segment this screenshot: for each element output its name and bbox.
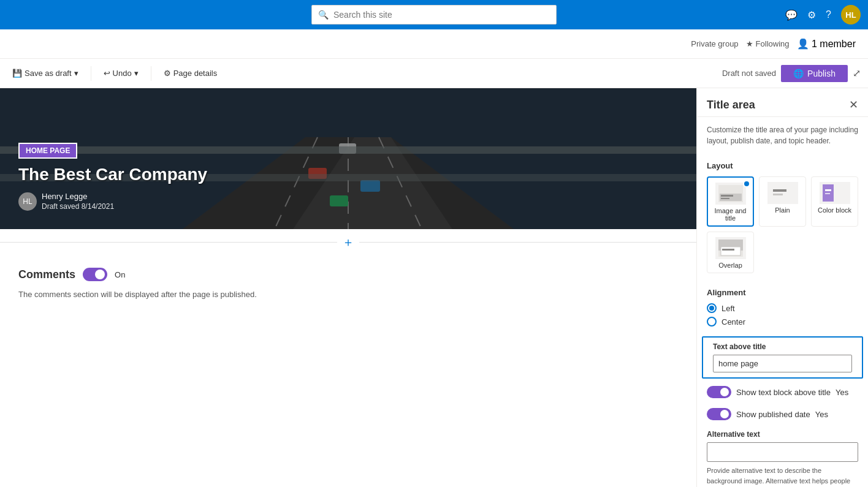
radio-center-indicator [707, 317, 717, 327]
undo-button[interactable]: ↩ Undo ▾ [99, 66, 143, 80]
add-section-bar[interactable]: ＋ [0, 229, 696, 255]
page-details-button[interactable]: ⚙ Page details [159, 66, 223, 80]
help-icon[interactable]: ? [826, 9, 831, 20]
search-icon: 🔍 [318, 10, 329, 20]
publish-icon: 🌐 [793, 69, 804, 78]
show-published-date-row: Show published date Yes [697, 403, 868, 425]
layout-section-title: Layout [707, 161, 858, 170]
svg-rect-19 [773, 194, 783, 195]
text-above-title-label: Text above title [713, 342, 852, 351]
draft-date: Draft saved 8/14/2021 [42, 202, 114, 211]
show-text-block-row: Show text block above title Yes [697, 381, 868, 403]
settings-icon[interactable]: ⚙ [807, 9, 816, 21]
svg-rect-18 [773, 189, 786, 192]
text-above-title-section: Text above title [702, 336, 863, 379]
search-box[interactable]: 🔍 [311, 5, 557, 25]
top-right-icons: 💬 ⚙ ? HL [785, 5, 861, 25]
show-text-block-label: Show text block above title [736, 388, 831, 397]
alignment-section-title: Alignment [707, 288, 858, 297]
undo-icon: ↩ [104, 69, 110, 78]
main-layout: HOME PAGE The Best Car Company HL Henry … [0, 88, 868, 487]
layout-section: Layout Image and title [697, 154, 868, 281]
comments-section: Comments On The comments section will be… [0, 255, 696, 313]
show-published-date-value: Yes [815, 410, 828, 419]
layout-options-grid: Image and title Plain [707, 176, 858, 227]
page-content: HOME PAGE The Best Car Company HL Henry … [0, 88, 696, 487]
layout-option-overlap[interactable]: Overlap [707, 232, 754, 273]
layout-icon-plain [767, 182, 798, 204]
layout-option-image-title[interactable]: Image and title [707, 176, 754, 227]
comments-header: Comments On [18, 268, 678, 281]
search-input[interactable] [333, 10, 550, 20]
author-avatar: HL [18, 192, 37, 211]
toolbar-right: Draft not saved 🌐 Publish ⤢ [722, 65, 861, 82]
save-icon: 💾 [12, 69, 22, 78]
following-button[interactable]: ★ Following [746, 39, 790, 48]
member-label: 1 member [812, 39, 856, 49]
private-group-label: Private group [691, 39, 738, 48]
following-label: Following [756, 39, 790, 48]
alignment-section: Alignment Left Center [697, 281, 868, 334]
show-text-block-value: Yes [836, 388, 848, 397]
hero-overlay: HOME PAGE The Best Car Company HL Henry … [18, 143, 207, 211]
hero-section: HOME PAGE The Best Car Company HL Henry … [0, 88, 696, 229]
alignment-left[interactable]: Left [707, 303, 858, 313]
text-above-title-input[interactable] [713, 355, 852, 372]
layout-icon-overlap [715, 237, 746, 259]
panel-description: Customize the title area of your page in… [697, 117, 868, 154]
alignment-center[interactable]: Center [707, 317, 858, 327]
layout-label-overlap: Overlap [710, 262, 751, 269]
member-count: 👤 1 member [797, 38, 856, 50]
hero-author: HL Henry Legge Draft saved 8/14/2021 [18, 192, 207, 211]
add-section-icon[interactable]: ＋ [342, 234, 354, 251]
hero-title[interactable]: The Best Car Company [18, 165, 207, 184]
alignment-radio-group: Left Center [707, 303, 858, 327]
svg-rect-23 [825, 193, 830, 194]
section-divider-2 [359, 242, 696, 243]
toolbar-divider-2 [151, 66, 151, 81]
save-dropdown-icon[interactable]: ▾ [74, 69, 78, 78]
layout-label-plain: Plain [762, 206, 803, 214]
layout-option-color-block[interactable]: Color block [811, 176, 858, 227]
svg-rect-22 [825, 189, 831, 191]
star-icon: ★ [746, 39, 753, 48]
layout-icon-color-block [820, 182, 850, 204]
top-bar: 🔍 💬 ⚙ ? HL [0, 0, 868, 29]
right-panel: Title area ✕ Customize the title area of… [696, 88, 868, 487]
chat-icon[interactable]: 💬 [785, 9, 798, 21]
svg-rect-17 [771, 184, 795, 202]
undo-dropdown-icon[interactable]: ▾ [134, 69, 139, 78]
show-published-date-label: Show published date [736, 410, 810, 419]
section-divider [0, 242, 337, 243]
gear-icon: ⚙ [164, 69, 171, 78]
comments-toggle[interactable] [83, 268, 107, 281]
nav-right-items: Private group ★ Following 👤 1 member [691, 38, 856, 50]
alt-text-description: Provide alternative text to describe the… [707, 466, 858, 487]
svg-rect-26 [721, 247, 740, 255]
nav-bar: Private group ★ Following 👤 1 member [0, 29, 868, 59]
toggle-state-label: On [115, 270, 125, 279]
alt-text-label: Alternative text [707, 430, 858, 439]
home-page-tag: HOME PAGE [18, 143, 77, 159]
panel-title: Title area [707, 99, 755, 111]
layout-label-color-block: Color block [814, 206, 855, 214]
publish-button[interactable]: 🌐 Publish [781, 65, 848, 82]
close-panel-button[interactable]: ✕ [849, 98, 858, 111]
author-name: Henry Legge [42, 192, 114, 201]
svg-rect-15 [721, 195, 733, 197]
alt-text-input[interactable] [707, 442, 858, 462]
alignment-center-label: Center [721, 317, 745, 327]
show-published-date-toggle[interactable] [707, 408, 731, 420]
layout-icon-image-title [715, 183, 746, 205]
show-text-block-toggle[interactable] [707, 386, 731, 398]
layout-option-plain[interactable]: Plain [759, 176, 806, 227]
person-icon: 👤 [797, 39, 809, 49]
expand-button[interactable]: ⤢ [853, 67, 861, 79]
radio-left-indicator [707, 303, 717, 313]
author-info: Henry Legge Draft saved 8/14/2021 [42, 192, 114, 211]
draft-status: Draft not saved [722, 69, 776, 78]
comments-description: The comments section will be displayed a… [18, 289, 678, 301]
avatar[interactable]: HL [841, 5, 861, 25]
selected-indicator [743, 180, 750, 187]
save-as-draft-button[interactable]: 💾 Save as draft ▾ [7, 66, 83, 80]
